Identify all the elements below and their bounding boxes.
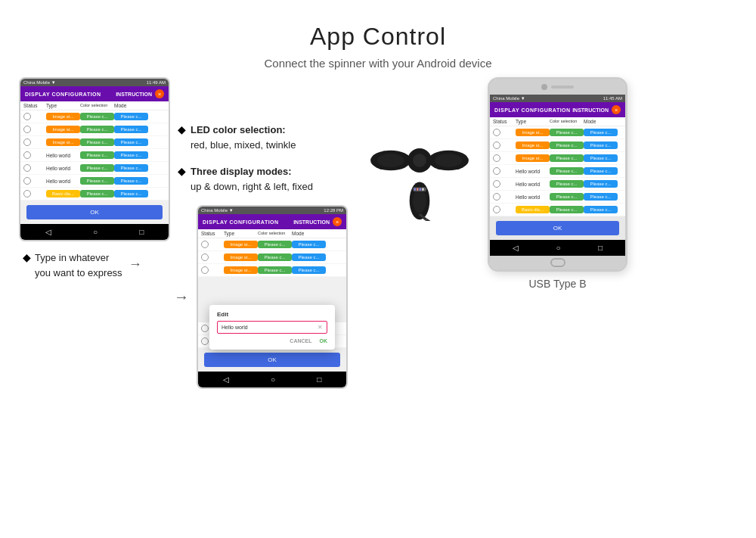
phone-top-bar: [490, 79, 625, 95]
cancel-button[interactable]: CANCEL: [290, 338, 311, 344]
home-icon[interactable]: ○: [556, 244, 560, 252]
mode-btn[interactable]: Please c...: [584, 154, 618, 162]
ok-button[interactable]: OK: [320, 338, 328, 344]
col-type: Type: [516, 119, 550, 124]
center-button: [413, 154, 426, 167]
ok-button[interactable]: OK: [496, 221, 619, 235]
type-btn[interactable]: Image st...: [224, 266, 258, 274]
phone-left-status-bar: China Mobile ▼ 11:49 AM: [20, 79, 169, 86]
mode-btn[interactable]: Please c...: [114, 113, 148, 120]
radio-btn[interactable]: [201, 253, 209, 261]
led3: [420, 188, 421, 191]
recent-icon[interactable]: □: [139, 228, 144, 236]
mode-btn[interactable]: Please c...: [584, 193, 618, 201]
color-btn[interactable]: Please c...: [80, 138, 114, 146]
color-btn[interactable]: Please c...: [550, 154, 584, 162]
radio-btn[interactable]: [493, 141, 500, 149]
mode-btn[interactable]: Please c...: [584, 141, 618, 149]
mode-btn[interactable]: Please c...: [114, 190, 148, 197]
color-btn[interactable]: Please c...: [80, 126, 114, 133]
mode-btn[interactable]: Please c...: [114, 138, 148, 146]
home-button: [550, 258, 565, 267]
color-btn[interactable]: Please c...: [550, 129, 584, 136]
recent-icon[interactable]: □: [598, 244, 603, 252]
radio-btn[interactable]: [23, 126, 31, 133]
mode-btn[interactable]: Please c...: [584, 129, 618, 136]
phone-nav: ◁ ○ □: [198, 372, 346, 387]
back-icon[interactable]: ◁: [223, 375, 229, 384]
color-btn[interactable]: Please c...: [550, 206, 584, 213]
color-btn[interactable]: Please c...: [550, 193, 584, 201]
radio-btn[interactable]: [23, 177, 31, 185]
mode-btn[interactable]: Please c...: [292, 266, 326, 274]
color-btn[interactable]: Please c...: [80, 164, 114, 172]
close-icon[interactable]: ×: [612, 105, 621, 114]
radio-btn[interactable]: [23, 190, 31, 197]
col-color: Color selection: [258, 231, 292, 236]
type-annotation: ◆ Type in whatever you want to express: [23, 250, 122, 280]
type-btn[interactable]: Image st...: [46, 126, 80, 133]
type-btn[interactable]: Basic dis...: [46, 190, 80, 197]
color-btn[interactable]: Please c...: [258, 241, 292, 248]
phone-right-status-bar: China Mobile ▼ 11:45 AM: [490, 95, 625, 102]
radio-btn[interactable]: [201, 266, 209, 274]
type-btn[interactable]: Image st...: [46, 138, 80, 146]
annotation-content: ◆ Type in whatever you want to express: [23, 250, 122, 280]
radio-btn[interactable]: [493, 129, 500, 136]
mode-btn[interactable]: Please c...: [114, 126, 148, 133]
ok-button[interactable]: OK: [26, 205, 163, 219]
type-btn[interactable]: Image st...: [516, 141, 550, 149]
type-btn[interactable]: Image st...: [224, 241, 258, 248]
type-btn[interactable]: Image st...: [46, 113, 80, 120]
type-btn[interactable]: Image st...: [516, 154, 550, 162]
close-icon[interactable]: ×: [155, 89, 164, 98]
radio-btn[interactable]: [201, 241, 209, 248]
mode-btn[interactable]: Please c...: [114, 177, 148, 185]
back-icon[interactable]: ◁: [45, 228, 51, 236]
radio-btn[interactable]: [493, 154, 500, 162]
type-btn[interactable]: Basic dis...: [516, 206, 550, 213]
color-btn[interactable]: Please c...: [550, 180, 584, 188]
diamond-led-icon: ◆: [178, 123, 186, 135]
color-btn[interactable]: Please c...: [258, 253, 292, 261]
radio-btn[interactable]: [23, 138, 31, 146]
color-btn[interactable]: Please c...: [80, 113, 114, 120]
radio-btn[interactable]: [23, 164, 31, 172]
mode-btn[interactable]: Please c...: [584, 180, 618, 188]
radio-btn[interactable]: [23, 113, 31, 120]
back-icon[interactable]: ◁: [513, 244, 519, 252]
close-icon[interactable]: ×: [333, 217, 342, 226]
mode-btn[interactable]: Please c...: [584, 206, 618, 213]
type-btn[interactable]: Image st...: [516, 129, 550, 136]
radio-btn[interactable]: [201, 337, 209, 345]
color-btn[interactable]: Please c...: [550, 141, 584, 149]
left-phone-wrapper: China Mobile ▼ 11:49 AM DISPLAY CONFIGUR…: [19, 77, 170, 280]
led1: [414, 188, 416, 191]
dialog-input[interactable]: Hello world ✕: [217, 321, 327, 334]
color-btn[interactable]: Please c...: [258, 266, 292, 274]
mode-btn[interactable]: Please c...: [114, 151, 148, 159]
radio-btn[interactable]: [23, 151, 31, 159]
color-btn[interactable]: Please c...: [80, 151, 114, 159]
recent-icon[interactable]: □: [317, 375, 321, 384]
radio-btn[interactable]: [493, 167, 500, 175]
radio-btn[interactable]: [493, 180, 500, 188]
type-btn[interactable]: Image st...: [224, 253, 258, 261]
arrow-phone-row: → China Mobile ▼ 12:28 PM DISPLAY CONFIG…: [174, 205, 348, 389]
color-btn[interactable]: Please c...: [550, 167, 584, 175]
ok-button[interactable]: OK: [204, 353, 340, 367]
home-icon[interactable]: ○: [93, 228, 98, 236]
feature-type-detail: you want to express: [35, 266, 122, 281]
radio-btn[interactable]: [201, 325, 209, 332]
radio-btn[interactable]: [493, 206, 500, 213]
left-inner: [377, 154, 404, 167]
clear-icon[interactable]: ✕: [318, 324, 323, 331]
home-icon[interactable]: ○: [271, 375, 275, 384]
mode-btn[interactable]: Please c...: [114, 164, 148, 172]
color-btn[interactable]: Please c...: [80, 177, 114, 185]
radio-btn[interactable]: [493, 193, 500, 201]
mode-btn[interactable]: Please c...: [292, 241, 326, 248]
mode-btn[interactable]: Please c...: [584, 167, 618, 175]
mode-btn[interactable]: Please c...: [292, 253, 326, 261]
color-btn[interactable]: Please c...: [80, 190, 114, 197]
